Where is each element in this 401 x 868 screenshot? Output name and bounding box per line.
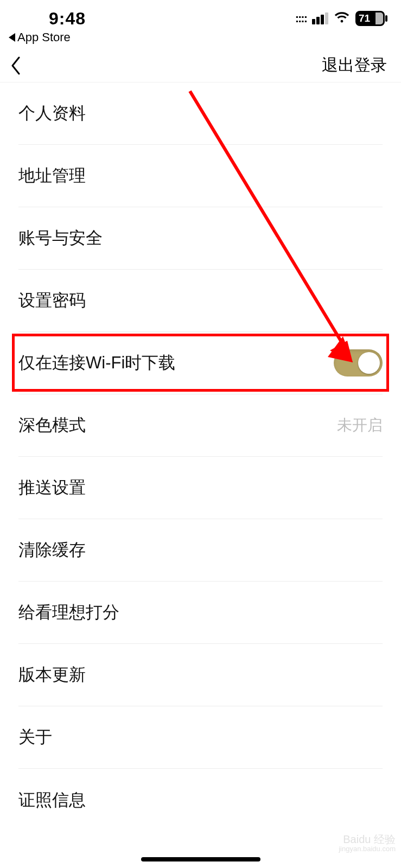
row-label: 清除缓存 <box>18 539 86 561</box>
row-set-password[interactable]: 设置密码 <box>18 270 383 332</box>
watermark: Baidu 经验 jingyan.baidu.com <box>339 833 396 853</box>
row-license-info[interactable]: 证照信息 <box>18 769 383 831</box>
back-app-label: App Store <box>17 30 71 44</box>
cellular-signal-icon <box>312 12 328 24</box>
row-address[interactable]: 地址管理 <box>18 145 383 207</box>
home-indicator[interactable] <box>141 857 260 861</box>
row-value: 未开启 <box>337 415 383 436</box>
back-triangle-icon <box>9 33 15 42</box>
nav-bar: 退出登录 <box>0 49 401 82</box>
row-label: 地址管理 <box>18 164 86 187</box>
row-label: 深色模式 <box>18 414 86 437</box>
row-about[interactable]: 关于 <box>18 706 383 769</box>
chevron-left-icon <box>11 56 21 75</box>
status-time: 9:48 <box>16 9 86 29</box>
status-right: :::: 71 <box>295 11 385 26</box>
row-label: 关于 <box>18 726 52 749</box>
row-label: 证照信息 <box>18 789 86 812</box>
settings-list: 个人资料 地址管理 账号与安全 设置密码 仅在连接Wi-Fi时下载 深色模式 未… <box>0 82 401 831</box>
battery-icon: 71 <box>355 11 385 26</box>
row-label: 仅在连接Wi-Fi时下载 <box>18 352 175 374</box>
row-dark-mode[interactable]: 深色模式 未开启 <box>18 394 383 457</box>
row-wifi-only-download: 仅在连接Wi-Fi时下载 <box>18 332 383 394</box>
row-label: 推送设置 <box>18 476 86 499</box>
status-bar: 9:48 :::: 71 <box>0 0 401 30</box>
battery-percent: 71 <box>359 12 370 24</box>
dual-sim-icon: :::: <box>295 11 307 25</box>
row-push-settings[interactable]: 推送设置 <box>18 457 383 519</box>
back-to-appstore[interactable]: App Store <box>0 30 401 49</box>
toggle-knob <box>358 352 380 374</box>
row-profile[interactable]: 个人资料 <box>18 82 383 145</box>
logout-button[interactable]: 退出登录 <box>322 54 387 76</box>
row-account-security[interactable]: 账号与安全 <box>18 207 383 270</box>
watermark-brand: Baidu 经验 <box>343 833 396 845</box>
wifi-only-toggle[interactable] <box>334 349 383 376</box>
row-label: 版本更新 <box>18 663 86 686</box>
row-clear-cache[interactable]: 清除缓存 <box>18 519 383 582</box>
row-version-update[interactable]: 版本更新 <box>18 644 383 706</box>
back-button[interactable] <box>10 55 22 76</box>
watermark-url: jingyan.baidu.com <box>339 845 396 853</box>
row-label: 给看理想打分 <box>18 601 119 624</box>
row-rate-app[interactable]: 给看理想打分 <box>18 582 383 644</box>
row-label: 账号与安全 <box>18 227 103 250</box>
wifi-icon <box>334 11 350 26</box>
row-label: 设置密码 <box>18 289 86 312</box>
row-label: 个人资料 <box>18 102 86 125</box>
